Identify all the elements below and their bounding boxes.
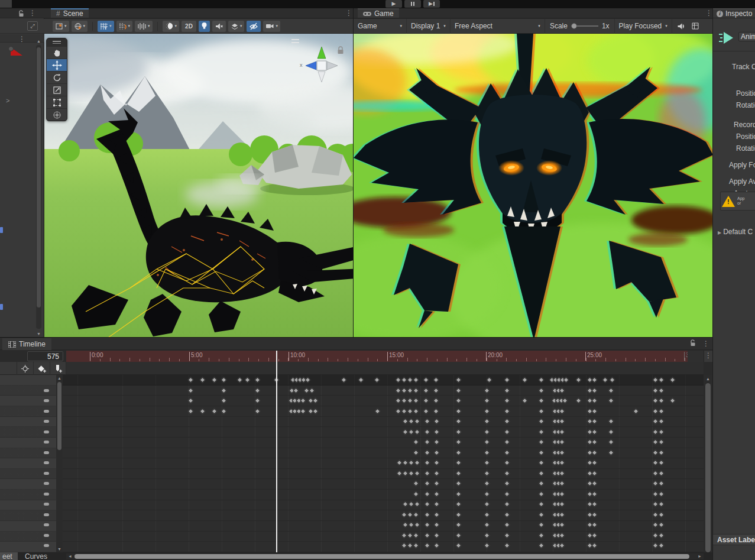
- keyframe-diamond[interactable]: [484, 501, 490, 507]
- keyframe-diamond[interactable]: [504, 418, 510, 424]
- keyframe-diamond[interactable]: [484, 429, 490, 435]
- keyframe-diamond[interactable]: [591, 449, 597, 455]
- keyframe-diamond[interactable]: [652, 522, 658, 527]
- keyframe-diamond[interactable]: [591, 522, 597, 527]
- left-panel-menu-icon[interactable]: ⋮: [28, 8, 37, 18]
- keyframe-diamond[interactable]: [562, 397, 568, 403]
- keyframe-diamond[interactable]: [504, 542, 510, 548]
- rotate-tool-button[interactable]: [47, 71, 67, 83]
- keyframe-diamond[interactable]: [402, 418, 408, 424]
- tab-curves[interactable]: Curves: [18, 552, 54, 560]
- keyframe-diamond[interactable]: [433, 429, 439, 435]
- keyframe-diamond[interactable]: [504, 522, 510, 527]
- keyframe-diamond[interactable]: [401, 408, 407, 414]
- keyframe-diamond[interactable]: [484, 480, 490, 486]
- track-toggle-pill[interactable]: [44, 399, 49, 402]
- keyframe-layer[interactable]: [63, 375, 704, 552]
- transform-tool-button[interactable]: [47, 108, 67, 121]
- keyframe-diamond[interactable]: [591, 408, 597, 414]
- keyframe-diamond[interactable]: [538, 439, 544, 445]
- keyframe-diamond[interactable]: [559, 522, 565, 527]
- keyframe-diamond[interactable]: [504, 470, 510, 476]
- keyframe-diamond[interactable]: [199, 408, 205, 414]
- keyframe-diamond[interactable]: [408, 501, 414, 507]
- keyframe-diamond[interactable]: [608, 397, 614, 403]
- keyframe-diamond[interactable]: [559, 501, 565, 507]
- keyframe-diamond[interactable]: [433, 449, 439, 455]
- keyframe-diamond[interactable]: [658, 429, 664, 435]
- step-button[interactable]: ▶: [423, 0, 440, 8]
- scroll-down-icon[interactable]: ▼: [37, 332, 41, 336]
- keyframe-diamond[interactable]: [433, 397, 439, 403]
- scene-viewport[interactable]: x: [44, 34, 353, 337]
- scrollbar-thumb[interactable]: [37, 47, 41, 307]
- keyframe-diamond[interactable]: [424, 512, 430, 517]
- stats-icon[interactable]: [692, 22, 699, 30]
- keyframe-diamond[interactable]: [575, 397, 581, 403]
- rect-tool-button[interactable]: [47, 96, 67, 108]
- scrollbar-thumb[interactable]: [57, 382, 61, 450]
- scrollbar-thumb[interactable]: [705, 383, 711, 552]
- scene-audio-button[interactable]: [212, 21, 226, 32]
- keyframe-diamond[interactable]: [433, 512, 439, 517]
- timeline-menu-icon[interactable]: ⋮: [702, 339, 710, 349]
- keyframe-diamond[interactable]: [455, 491, 461, 497]
- scroll-right-icon[interactable]: ►: [698, 554, 702, 558]
- keyframe-diamond[interactable]: [538, 408, 544, 414]
- effects-button[interactable]: ▾: [228, 21, 245, 32]
- keyframe-diamond[interactable]: [591, 491, 597, 497]
- keyframe-diamond[interactable]: [559, 480, 565, 486]
- keyframe-diamond[interactable]: [401, 512, 407, 517]
- keyframe-diamond[interactable]: [652, 542, 658, 548]
- keyframe-diamond[interactable]: [538, 459, 544, 465]
- keyframe-diamond[interactable]: [652, 480, 658, 486]
- keyframe-diamond[interactable]: [658, 480, 664, 486]
- keyframe-diamond[interactable]: [424, 480, 430, 486]
- keyframe-diamond[interactable]: [658, 470, 664, 476]
- keyframe-diamond[interactable]: [254, 387, 260, 393]
- keyframe-diamond[interactable]: [608, 439, 614, 445]
- keyframe-diamond[interactable]: [658, 418, 664, 424]
- keyframe-diamond[interactable]: [414, 429, 420, 435]
- keyframe-diamond[interactable]: [538, 501, 544, 507]
- keyframe-diamond[interactable]: [652, 532, 658, 538]
- scene-lighting-button[interactable]: [199, 21, 210, 32]
- keyframe-diamond[interactable]: [414, 522, 420, 527]
- game-viewport[interactable]: [354, 34, 713, 337]
- keyframe-diamond[interactable]: [433, 480, 439, 486]
- keyframe-diamond[interactable]: [504, 480, 510, 486]
- keyframe-diamond[interactable]: [658, 532, 664, 538]
- grid-snapping-button[interactable]: Y ▾: [98, 21, 114, 32]
- keyframe-diamond[interactable]: [413, 397, 419, 403]
- keyframe-diamond[interactable]: [484, 408, 490, 414]
- keyframe-diamond[interactable]: [559, 408, 565, 414]
- keyframe-diamond[interactable]: [187, 387, 193, 393]
- keyframe-diamond[interactable]: [591, 397, 597, 403]
- keyframe-diamond[interactable]: [538, 387, 544, 393]
- keyframe-diamond[interactable]: [559, 449, 565, 455]
- grid-size-button[interactable]: ▾: [135, 21, 153, 32]
- keyframe-diamond[interactable]: [424, 439, 430, 445]
- keyframe-diamond[interactable]: [538, 480, 544, 486]
- keyframe-diamond[interactable]: [424, 532, 430, 538]
- keyframe-diamond[interactable]: [484, 522, 490, 527]
- keyframe-diamond[interactable]: [559, 512, 565, 517]
- track-toggle-pill[interactable]: [44, 544, 49, 547]
- scrollbar-thumb[interactable]: [74, 554, 689, 559]
- keyframe-diamond[interactable]: [504, 532, 510, 538]
- keyframe-diamond[interactable]: [414, 470, 420, 476]
- keyframe-diamond[interactable]: [293, 387, 299, 393]
- keyframe-diamond[interactable]: [608, 418, 614, 424]
- foldout-arrow-icon[interactable]: >: [6, 97, 9, 104]
- keyframe-diamond[interactable]: [396, 459, 402, 465]
- keyframe-diamond[interactable]: [374, 408, 380, 414]
- keyframe-diamond[interactable]: [559, 532, 565, 538]
- keyframe-diamond[interactable]: [538, 512, 544, 517]
- default-clip-foldout[interactable]: ▶Default C: [718, 228, 753, 236]
- keyframe-diamond[interactable]: [484, 512, 490, 517]
- keyframe-diamond[interactable]: [413, 542, 419, 548]
- keyframe-diamond[interactable]: [608, 449, 614, 455]
- keyframe-diamond[interactable]: [504, 512, 510, 517]
- unlock-icon[interactable]: [18, 10, 25, 17]
- keyframe-diamond[interactable]: [300, 397, 306, 403]
